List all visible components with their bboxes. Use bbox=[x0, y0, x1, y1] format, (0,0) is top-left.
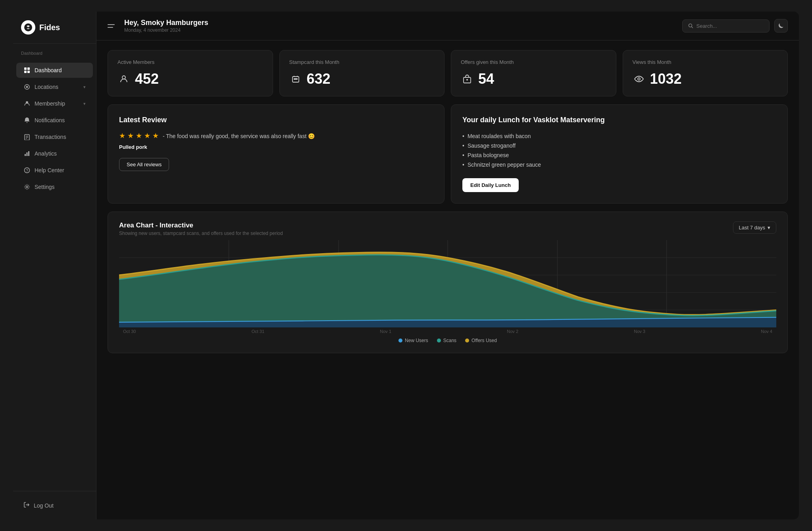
analytics-label: Analytics bbox=[35, 150, 57, 157]
sidebar-logo: Fides bbox=[13, 12, 96, 44]
lunch-list: Meat roulades with bacon Sausage strogan… bbox=[462, 131, 776, 169]
sidebar-item-dashboard[interactable]: Dashboard bbox=[16, 63, 93, 78]
review-text: ★ ★ ★ ★ ★ - The food was really good, th… bbox=[119, 131, 433, 140]
chart-svg bbox=[119, 240, 776, 327]
svg-point-29 bbox=[638, 78, 640, 80]
search-icon bbox=[688, 23, 693, 29]
stat-card-active-members: Active Members 452 bbox=[108, 50, 273, 96]
stat-label-stampcard: Stampcard this Month bbox=[289, 59, 435, 65]
svg-point-6 bbox=[26, 86, 28, 88]
sidebar-item-help-center[interactable]: ? Help Center bbox=[16, 163, 93, 178]
sidebar-item-analytics[interactable]: Analytics bbox=[16, 146, 93, 161]
app-name: Fides bbox=[39, 23, 60, 32]
sidebar-item-membership[interactable]: Membership ▾ bbox=[16, 96, 93, 111]
sidebar-item-locations[interactable]: Locations ▾ bbox=[16, 79, 93, 94]
sidebar-item-transactions[interactable]: Transactions bbox=[16, 129, 93, 144]
notifications-icon bbox=[23, 117, 31, 124]
svg-point-17 bbox=[26, 186, 28, 188]
stat-value-offers: 54 bbox=[478, 71, 494, 87]
app-container: Fides Dashboard Dashboard bbox=[13, 12, 799, 519]
latest-review-title: Latest Review bbox=[119, 116, 433, 124]
legend-item-scans: Scans bbox=[437, 338, 456, 343]
sidebar-section-label: Dashboard bbox=[13, 44, 96, 59]
transactions-label: Transactions bbox=[35, 134, 66, 140]
locations-label: Locations bbox=[35, 84, 58, 90]
lunch-item-1: Meat roulades with bacon bbox=[462, 131, 776, 141]
chart-x-label-5: Nov 4 bbox=[761, 329, 772, 334]
help-center-label: Help Center bbox=[35, 167, 64, 173]
membership-chevron-icon: ▾ bbox=[83, 101, 86, 106]
edit-daily-lunch-button[interactable]: Edit Daily Lunch bbox=[462, 178, 519, 192]
search-input[interactable] bbox=[696, 23, 764, 29]
stat-icon-views bbox=[633, 73, 645, 85]
chart-x-labels: Oct 30 Oct 31 Nov 1 Nov 2 Nov 3 Nov 4 bbox=[119, 329, 776, 334]
svg-rect-2 bbox=[27, 67, 30, 70]
help-center-icon: ? bbox=[23, 167, 31, 174]
svg-rect-1 bbox=[24, 67, 27, 70]
transactions-icon bbox=[23, 133, 31, 140]
stat-value-active-members: 452 bbox=[135, 71, 159, 87]
middle-row: Latest Review ★ ★ ★ ★ ★ - The food was r… bbox=[108, 104, 788, 204]
legend-label-new-users: New Users bbox=[405, 338, 428, 343]
logout-button[interactable]: Log Out bbox=[16, 498, 93, 513]
legend-dot-new-users bbox=[398, 339, 402, 342]
logout-icon bbox=[23, 502, 30, 509]
chart-title-block: Area Chart - Interactive Showing new use… bbox=[119, 221, 283, 236]
locations-icon bbox=[23, 83, 31, 90]
svg-point-23 bbox=[294, 79, 294, 79]
stat-value-views: 1032 bbox=[650, 71, 682, 87]
sidebar-item-settings[interactable]: Settings bbox=[16, 179, 93, 194]
sidebar-bottom: Log Out bbox=[13, 491, 96, 519]
settings-icon bbox=[23, 183, 31, 190]
logout-label: Log Out bbox=[34, 502, 54, 509]
main-content: Hey, Smoky Hamburgers Monday, 4 november… bbox=[96, 12, 799, 519]
chart-subtitle: Showing new users, stampcard scans, and … bbox=[119, 231, 283, 236]
chart-x-label-4: Nov 3 bbox=[634, 329, 645, 334]
chart-x-label-2: Nov 1 bbox=[380, 329, 391, 334]
topbar-title-block: Hey, Smoky Hamburgers Monday, 4 november… bbox=[124, 19, 208, 33]
svg-rect-3 bbox=[24, 71, 27, 73]
stat-icon-offers bbox=[461, 73, 473, 85]
stat-icon-active-members bbox=[117, 73, 130, 85]
latest-review-card: Latest Review ★ ★ ★ ★ ★ - The food was r… bbox=[108, 104, 444, 204]
dashboard-label: Dashboard bbox=[35, 67, 62, 73]
stat-value-row-views: 1032 bbox=[633, 71, 778, 87]
stat-icon-stampcard bbox=[289, 73, 302, 85]
sidebar: Fides Dashboard Dashboard bbox=[13, 12, 96, 519]
topbar: Hey, Smoky Hamburgers Monday, 4 november… bbox=[96, 12, 799, 40]
stat-card-views: Views this Month 1032 bbox=[623, 50, 788, 96]
lunch-item-3: Pasta bolognese bbox=[462, 150, 776, 160]
notifications-label: Notifications bbox=[35, 117, 65, 123]
page-subtitle: Monday, 4 november 2024 bbox=[124, 27, 208, 33]
legend-dot-offers-used bbox=[465, 339, 469, 342]
search-box[interactable] bbox=[682, 19, 770, 33]
chart-x-label-1: Oct 31 bbox=[252, 329, 264, 334]
stat-value-row-active-members: 452 bbox=[117, 71, 263, 87]
chart-title: Area Chart - Interactive bbox=[119, 221, 283, 229]
lunch-item-2: Sausage stroganoff bbox=[462, 141, 776, 150]
stat-label-offers: Offers given this Month bbox=[461, 59, 606, 65]
page-title: Hey, Smoky Hamburgers bbox=[124, 19, 208, 27]
settings-label: Settings bbox=[35, 184, 55, 190]
chart-area bbox=[119, 240, 776, 327]
legend-item-new-users: New Users bbox=[398, 338, 428, 343]
legend-item-offers-used: Offers Used bbox=[465, 338, 497, 343]
logo-icon bbox=[21, 20, 35, 35]
stat-label-active-members: Active Members bbox=[117, 59, 263, 65]
theme-toggle-button[interactable] bbox=[774, 19, 788, 33]
chart-legend: New Users Scans Offers Used bbox=[119, 338, 776, 343]
see-all-reviews-button[interactable]: See All reviews bbox=[119, 158, 169, 171]
stat-value-row-stampcard: 632 bbox=[289, 71, 435, 87]
chart-x-label-3: Nov 2 bbox=[507, 329, 518, 334]
daily-lunch-card: Your daily Lunch for Vasklot Matserverin… bbox=[451, 104, 788, 204]
daily-lunch-title: Your daily Lunch for Vasklot Matserverin… bbox=[462, 116, 776, 124]
stat-card-stampcard: Stampcard this Month 632 bbox=[279, 50, 445, 96]
menu-toggle-button[interactable] bbox=[108, 20, 119, 31]
dashboard-body: Active Members 452 Stampcard this Month bbox=[96, 40, 799, 519]
topbar-right bbox=[682, 19, 788, 33]
sidebar-item-notifications[interactable]: Notifications bbox=[16, 113, 93, 128]
chart-period-selector[interactable]: Last 7 days ▾ bbox=[733, 221, 777, 234]
membership-label: Membership bbox=[35, 100, 65, 107]
chart-period-label: Last 7 days bbox=[739, 225, 766, 231]
dashboard-icon bbox=[23, 67, 31, 74]
